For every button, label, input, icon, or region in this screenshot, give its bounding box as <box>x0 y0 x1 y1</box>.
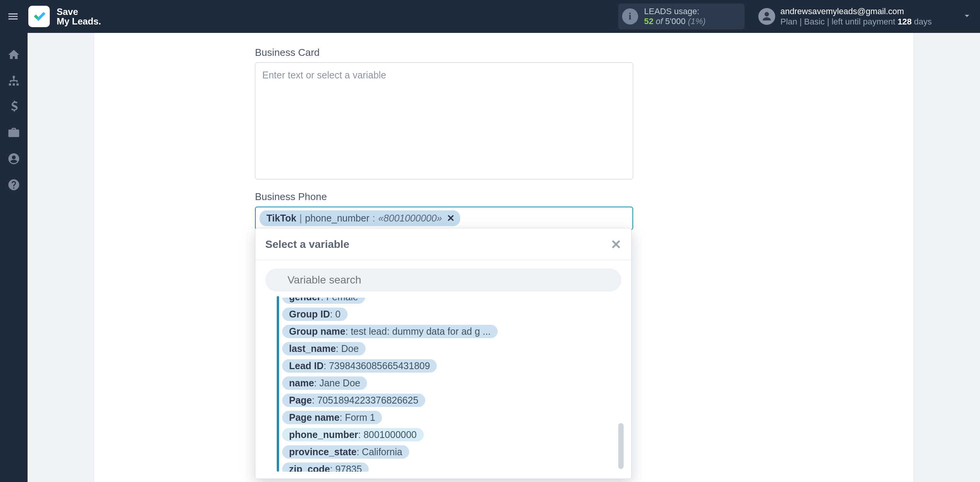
business-phone-input[interactable]: TikTok | phone_number: «8001000000» ✕ <box>255 207 633 230</box>
account-email: andrewsavemyleads@gmail.com <box>781 6 932 17</box>
variable-item[interactable]: name: Jane Doe <box>282 376 367 390</box>
form-panel: Business Card Enter text or select a var… <box>94 33 913 482</box>
variable-item-key: Group ID <box>289 309 330 319</box>
chip-remove-icon[interactable]: ✕ <box>447 213 455 224</box>
variable-item[interactable]: province_state: California <box>282 445 409 459</box>
sidebar-home-icon[interactable] <box>0 42 28 67</box>
variable-list[interactable]: gender: Female Group ID: 0Group name: te… <box>269 298 624 472</box>
left-sidebar <box>0 33 28 482</box>
chip-source: TikTok <box>266 213 296 224</box>
variable-item-key: province_state <box>289 446 356 457</box>
sidebar-billing-icon[interactable] <box>0 94 28 119</box>
sidebar-help-icon[interactable] <box>0 172 28 197</box>
variable-item-key: Page <box>289 395 312 405</box>
leads-usage-box[interactable]: i LEADS usage: 52 of 5'000 (1%) <box>618 3 745 30</box>
variable-item-key: Lead ID <box>289 360 323 371</box>
account-menu[interactable]: andrewsavemyleads@gmail.com Plan | Basic… <box>758 6 932 27</box>
chip-value: «8001000000» <box>378 213 442 224</box>
variable-item-key: zip_code <box>289 464 330 472</box>
leads-usage-text: LEADS usage: 52 of 5'000 (1%) <box>644 7 706 27</box>
info-icon: i <box>622 8 638 24</box>
leads-usage-total: 5'000 <box>665 16 686 26</box>
close-icon[interactable]: ✕ <box>611 237 621 252</box>
variable-item[interactable]: last_name: Doe <box>282 342 366 355</box>
variable-item-key: name <box>289 378 314 388</box>
account-plan-prefix: Plan | <box>781 17 802 26</box>
variable-dropdown-title: Select a variable <box>265 238 349 251</box>
variable-item[interactable]: Group name: test lead: dummy data for ad… <box>282 325 498 338</box>
sidebar-briefcase-icon[interactable] <box>0 120 28 145</box>
variable-item-cut[interactable]: gender: Female <box>282 298 365 304</box>
leads-usage-pct: (1%) <box>688 16 706 26</box>
business-card-input[interactable]: Enter text or select a variable <box>255 62 633 179</box>
sidebar-sitemap-icon[interactable] <box>0 68 28 93</box>
brand-logo-icon <box>28 6 50 27</box>
variable-item-key: Page name <box>289 412 340 423</box>
account-plan-days-suffix: days <box>914 17 932 26</box>
hamburger-menu-icon[interactable] <box>5 8 21 25</box>
variable-item[interactable]: Group ID: 0 <box>282 308 348 321</box>
business-card-label: Business Card <box>255 47 634 59</box>
variable-item[interactable]: zip_code: 97835 <box>282 462 369 472</box>
leads-usage-of: of <box>656 16 663 26</box>
brand-name-line2: My Leads. <box>57 16 101 26</box>
leads-usage-count: 52 <box>644 16 653 26</box>
business-phone-label: Business Phone <box>255 191 634 203</box>
account-plan-days: 128 <box>898 17 912 26</box>
variable-item[interactable]: Page: 7051894223376826625 <box>282 394 425 407</box>
variable-item[interactable]: Page name: Form 1 <box>282 411 382 424</box>
account-plan-mid: | left until payment <box>827 17 895 26</box>
variable-dropdown: Select a variable ✕ <box>255 228 632 479</box>
account-plan-name: Basic <box>804 17 825 26</box>
variable-item-key: Group name <box>289 326 345 337</box>
variable-search-input[interactable] <box>265 269 621 291</box>
variable-item[interactable]: phone_number: 8001000000 <box>282 428 424 441</box>
account-dropdown-caret[interactable] <box>939 10 972 23</box>
variable-item[interactable]: Lead ID: 7398436085665431809 <box>282 359 437 373</box>
variable-chip-phone[interactable]: TikTok | phone_number: «8001000000» ✕ <box>260 210 460 226</box>
avatar-icon <box>758 8 775 25</box>
brand-name-line1: Save <box>57 7 101 16</box>
account-plan: Plan | Basic | left until payment 128 da… <box>781 16 932 27</box>
chip-field: phone_number <box>305 213 369 224</box>
brand-name: Save My Leads. <box>57 7 101 26</box>
sidebar-user-icon[interactable] <box>0 146 28 171</box>
variable-item-key: phone_number <box>289 429 358 440</box>
scrollbar-thumb[interactable] <box>618 423 624 469</box>
top-navbar: Save My Leads. i LEADS usage: 52 of 5'00… <box>0 0 980 33</box>
variable-item-key: last_name <box>289 343 336 354</box>
leads-usage-label: LEADS usage: <box>644 7 706 16</box>
